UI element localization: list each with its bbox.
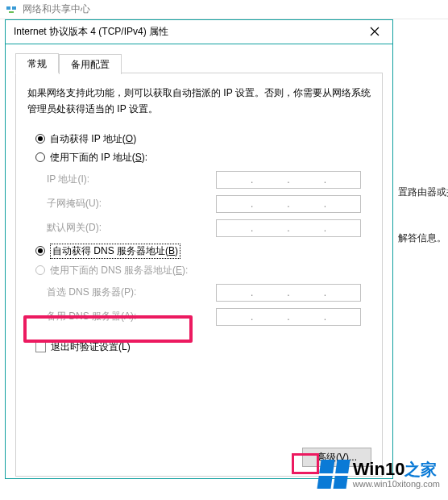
description-text: 如果网络支持此功能，则可以获取自动指派的 IP 设置。否则，你需要从网络系统管理… xyxy=(27,85,371,118)
close-button[interactable] xyxy=(357,20,392,44)
radio-icon xyxy=(35,152,45,162)
radio-obtain-ip-auto[interactable]: 自动获得 IP 地址(O) xyxy=(35,132,371,146)
radio-label: 自动获得 DNS 服务器地址(B) xyxy=(50,244,180,259)
radio-icon xyxy=(35,134,45,144)
parent-hint-1: 置路由器或接 xyxy=(398,185,445,199)
ip-address-group: 自动获得 IP 地址(O) 使用下面的 IP 地址(S): IP 地址(I): … xyxy=(27,132,371,237)
radio-obtain-dns-auto[interactable]: 自动获得 DNS 服务器地址(B) xyxy=(35,244,371,259)
parent-window-header: 网络和共享中心 xyxy=(0,0,448,19)
alternate-dns-input: ... xyxy=(216,308,361,326)
ip-address-input: ... xyxy=(216,171,361,189)
radio-label: 使用下面的 IP 地址(S): xyxy=(50,151,147,165)
radio-label: 自动获得 IP 地址(O) xyxy=(50,132,136,146)
ipv4-properties-dialog: Internet 协议版本 4 (TCP/IPv4) 属性 常规 备用配置 如果… xyxy=(5,19,393,479)
radio-use-ip-manual[interactable]: 使用下面的 IP 地址(S): xyxy=(35,151,371,165)
dialog-titlebar[interactable]: Internet 协议版本 4 (TCP/IPv4) 属性 xyxy=(6,20,392,44)
radio-icon xyxy=(35,246,45,256)
checkbox-icon xyxy=(35,342,46,352)
field-subnet-mask: 子网掩码(U): ... xyxy=(47,195,371,213)
field-default-gateway: 默认网关(D): ... xyxy=(47,219,371,237)
watermark: Win10之家 www.win10xitong.com xyxy=(319,460,440,489)
radio-icon xyxy=(35,265,45,275)
field-label: 默认网关(D): xyxy=(47,221,216,235)
dns-group: 自动获得 DNS 服务器地址(B) 使用下面的 DNS 服务器地址(E): 首选… xyxy=(27,244,371,326)
svg-rect-2 xyxy=(9,11,14,13)
annotation-crop-marker xyxy=(292,453,319,474)
tab-panel-general: 如果网络支持此功能，则可以获取自动指派的 IP 设置。否则，你需要从网络系统管理… xyxy=(15,73,383,477)
svg-rect-1 xyxy=(12,6,16,10)
watermark-url: www.win10xitong.com xyxy=(353,479,440,489)
close-icon xyxy=(370,26,380,39)
field-label: 备用 DNS 服务器(A): xyxy=(47,310,216,323)
svg-rect-0 xyxy=(6,6,10,10)
field-label: 首选 DNS 服务器(P): xyxy=(47,285,216,299)
field-preferred-dns: 首选 DNS 服务器(P): ... xyxy=(47,284,371,302)
watermark-suffix: 之家 xyxy=(404,460,437,478)
tab-alternate[interactable]: 备用配置 xyxy=(59,54,122,74)
radio-use-dns-manual[interactable]: 使用下面的 DNS 服务器地址(E): xyxy=(35,264,371,277)
network-center-icon xyxy=(5,3,18,16)
field-alternate-dns: 备用 DNS 服务器(A): ... xyxy=(47,308,371,326)
preferred-dns-input: ... xyxy=(216,284,361,302)
parent-window-body: 置路由器或接 解答信息。 xyxy=(395,48,448,484)
checkbox-label: 退出时验证设置(L) xyxy=(51,340,131,354)
tab-general[interactable]: 常规 xyxy=(15,53,59,73)
parent-window-title: 网络和共享中心 xyxy=(23,2,90,16)
field-label: 子网掩码(U): xyxy=(47,197,216,210)
watermark-brand: Win10 xyxy=(353,459,405,479)
validate-on-exit-checkbox[interactable]: 退出时验证设置(L) xyxy=(35,340,371,354)
subnet-mask-input: ... xyxy=(216,195,361,213)
field-ip-address: IP 地址(I): ... xyxy=(47,171,371,189)
default-gateway-input: ... xyxy=(216,219,361,237)
dialog-title: Internet 协议版本 4 (TCP/IPv4) 属性 xyxy=(14,25,168,39)
tabs: 常规 备用配置 xyxy=(15,52,383,73)
windows-logo-icon xyxy=(317,460,350,489)
field-label: IP 地址(I): xyxy=(47,173,216,186)
parent-hint-2: 解答信息。 xyxy=(398,231,445,245)
radio-label: 使用下面的 DNS 服务器地址(E): xyxy=(50,264,188,277)
